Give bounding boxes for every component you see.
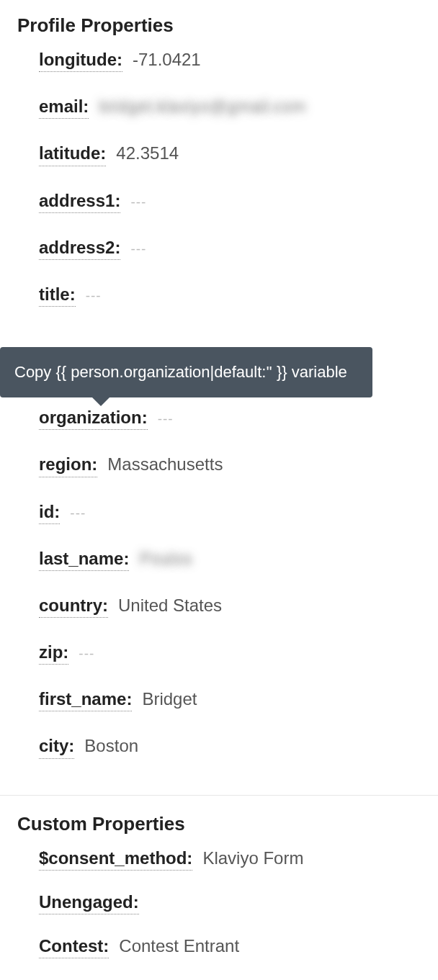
property-row-country: country: United States [39,594,438,618]
property-value-id: --- [70,505,86,523]
property-value-country: United States [118,594,222,616]
property-label-region[interactable]: region: [39,453,97,477]
profile-properties-section: Profile Properties longitude: -71.0421 e… [0,0,438,795]
property-label-id[interactable]: id: [39,500,60,524]
property-row-longitude: longitude: -71.0421 [39,48,438,72]
property-value-contest: Contest Entrant [119,935,239,957]
copy-variable-tooltip: Copy {{ person.organization|default:'' }… [0,347,372,397]
property-label-country[interactable]: country: [39,594,108,618]
custom-properties-list: $consent_method: Klaviyo Form Unengaged:… [0,847,438,980]
property-value-address2: --- [130,240,146,259]
property-label-unengaged[interactable]: Unengaged: [39,891,139,914]
property-label-address2[interactable]: address2: [39,236,120,260]
property-row-address2: address2: --- [39,236,438,260]
property-row-email: email: bridget.klaviyo@gmail.com [39,95,438,119]
property-value-longitude: -71.0421 [133,48,201,71]
property-label-address1[interactable]: address1: [39,189,120,213]
property-value-first-name: Bridget [142,688,197,710]
property-label-latitude[interactable]: latitude: [39,142,106,166]
property-row-consent-method: $consent_method: Klaviyo Form [39,847,438,871]
property-row-title: title: --- [39,283,438,307]
property-row-last-name: last_name: Poulos [39,547,438,571]
profile-properties-title: Profile Properties [0,0,438,48]
property-label-consent-method[interactable]: $consent_method: [39,847,192,871]
property-row-organization: Copy {{ person.organization|default:'' }… [39,406,438,430]
property-value-consent-method: Klaviyo Form [202,847,303,869]
property-value-organization: --- [158,410,174,428]
property-row-unengaged: Unengaged: [39,891,438,914]
property-value-latitude: 42.3514 [116,142,179,164]
property-label-title[interactable]: title: [39,283,76,307]
property-label-last-name[interactable]: last_name: [39,547,129,571]
property-row-id: id: --- [39,500,438,524]
property-row-address1: address1: --- [39,189,438,213]
property-value-zip: --- [79,645,94,663]
property-label-first-name[interactable]: first_name: [39,688,132,711]
property-value-address1: --- [130,194,146,212]
property-row-latitude: latitude: 42.3514 [39,142,438,166]
property-value-region: Massachusetts [107,453,223,475]
property-label-longitude[interactable]: longitude: [39,48,122,72]
property-row-city: city: Boston [39,734,438,758]
property-value-title: --- [86,287,102,305]
property-label-contest[interactable]: Contest: [39,935,109,958]
property-value-last-name: Poulos [139,547,192,570]
custom-properties-section: Custom Properties $consent_method: Klavi… [0,796,438,980]
property-label-city[interactable]: city: [39,734,74,758]
property-row-zip: zip: --- [39,641,438,665]
custom-properties-title: Custom Properties [0,796,438,847]
property-label-email[interactable]: email: [39,95,89,119]
property-row-contest: Contest: Contest Entrant [39,935,438,958]
profile-properties-list: longitude: -71.0421 email: bridget.klavi… [0,48,438,759]
property-label-zip[interactable]: zip: [39,641,68,665]
property-row-region: region: Massachusetts [39,453,438,477]
property-value-city: Boston [84,734,138,757]
property-value-email: bridget.klaviyo@gmail.com [99,95,305,117]
property-row-first-name: first_name: Bridget [39,688,438,711]
